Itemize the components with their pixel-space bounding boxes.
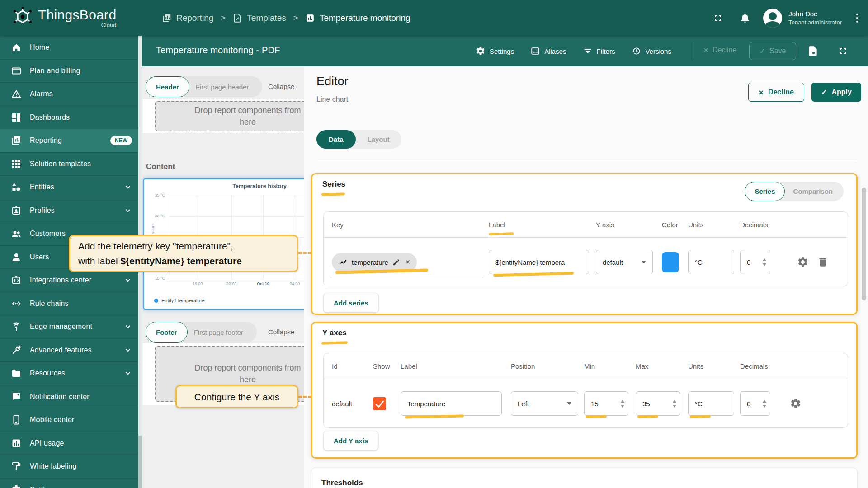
avatar[interactable] — [763, 9, 782, 28]
table-icon — [530, 46, 540, 56]
fullscreen-icon[interactable] — [712, 13, 723, 23]
sidebar-item-dashboards[interactable]: Dashboards — [0, 106, 138, 129]
sidebar-item-alarms[interactable]: Alarms — [0, 82, 138, 106]
sidebar-item-icon — [11, 345, 22, 356]
number-stepper[interactable] — [763, 258, 766, 266]
add-series-button[interactable]: Add series — [323, 293, 379, 313]
tab-first-page-footer[interactable]: First page footer — [188, 328, 250, 336]
yaxis-units-input[interactable]: °C — [688, 391, 734, 416]
header-dropzone[interactable]: Drop report components from here — [155, 101, 304, 131]
column-label: Label — [401, 362, 511, 370]
series-delete-trash-icon[interactable] — [817, 256, 829, 268]
sidebar-item-icon — [11, 228, 22, 239]
series-key-cell: temperature × — [332, 238, 489, 286]
sidebar-item-profiles[interactable]: Profiles — [0, 199, 138, 222]
tab-first-page-header[interactable]: First page header — [189, 83, 255, 91]
decline-button[interactable]: ×Decline — [748, 83, 804, 102]
sidebar-item-resources[interactable]: Resources — [0, 361, 138, 385]
toolbar-decline-button[interactable]: ×Decline — [703, 46, 736, 54]
series-label-input[interactable]: ${entityName} tempera — [489, 250, 589, 274]
sidebar-item-icon — [11, 159, 22, 169]
series-key-chip[interactable]: temperature × — [332, 253, 417, 272]
sidebar-item-icon — [11, 66, 22, 76]
series-yaxis-select[interactable]: default — [596, 250, 653, 274]
sidebar-item-edge-management[interactable]: Edge management — [0, 315, 138, 338]
sidebar-item-label: Edge management — [30, 323, 92, 331]
expand-fullscreen-icon[interactable] — [838, 46, 849, 56]
yaxis-settings-gear-icon[interactable] — [790, 398, 802, 409]
tab-header[interactable]: Header — [146, 76, 189, 97]
breadcrumb-item[interactable]: Temperature monitoring — [305, 13, 410, 23]
tab-series[interactable]: Series — [745, 182, 785, 201]
editor-scrollbar[interactable] — [862, 188, 866, 300]
number-stepper[interactable] — [763, 400, 766, 408]
chevron-down-icon — [124, 323, 132, 331]
highlight-swoosh — [489, 232, 514, 235]
series-decimals-input[interactable]: 0 — [740, 250, 770, 274]
yaxis-min-cell: 15 — [584, 379, 636, 428]
number-stepper[interactable] — [673, 400, 676, 408]
topbar-right-controls: John Doe Tenant administrator — [712, 0, 861, 36]
series-units-input[interactable]: °C — [688, 250, 734, 274]
highlight-swoosh — [586, 415, 607, 418]
close-icon: × — [759, 88, 764, 97]
brand-logo[interactable]: ThingsBoard Cloud — [11, 6, 116, 29]
edit-pencil-icon[interactable] — [392, 258, 400, 266]
footer-collapse-button[interactable]: Collapse — [268, 328, 294, 336]
sidebar-item-api-usage[interactable]: API usage — [0, 432, 138, 455]
remove-key-icon[interactable]: × — [405, 257, 410, 267]
yaxis-min-input[interactable]: 15 — [584, 391, 628, 416]
yaxis-max-input[interactable]: 35 — [636, 391, 680, 416]
toolbar-divider — [693, 43, 693, 59]
tab-comparison[interactable]: Comparison — [785, 188, 841, 195]
user-info[interactable]: John Doe Tenant administrator — [788, 10, 842, 26]
kebab-menu-icon[interactable] — [854, 11, 861, 25]
thingsboard-logo-icon — [11, 6, 34, 29]
tab-data[interactable]: Data — [316, 130, 356, 149]
yaxis-label-input[interactable]: Temperature — [401, 391, 502, 416]
breadcrumb-item[interactable]: Reporting — [162, 13, 213, 23]
yaxis-show-checkbox[interactable] — [373, 397, 386, 410]
settings-button[interactable]: Settings — [476, 46, 514, 56]
sidebar-item-advanced-features[interactable]: Advanced features — [0, 338, 138, 362]
column-show: Show — [373, 362, 401, 370]
export-document-icon[interactable] — [807, 45, 819, 57]
column-min: Min — [584, 362, 636, 370]
series-annotation-callout: Add the telemetry key "temperature", wit… — [69, 235, 298, 272]
sidebar-item-reporting[interactable]: Reporting NEW — [0, 129, 138, 152]
sidebar-item-home[interactable]: Home — [0, 36, 138, 59]
tab-footer[interactable]: Footer — [146, 322, 188, 343]
yaxis-units-cell: °C — [688, 379, 740, 428]
sidebar-item-icon — [11, 205, 22, 216]
number-stepper[interactable] — [621, 400, 624, 408]
filters-button[interactable]: Filters — [583, 46, 615, 56]
template-toolbar: Temperature monitoring - PDF SettingsAli… — [142, 36, 868, 66]
versions-button[interactable]: Versions — [631, 46, 671, 56]
tab-layout[interactable]: Layout — [356, 136, 401, 143]
header-collapse-button[interactable]: Collapse — [268, 83, 294, 90]
series-settings-gear-icon[interactable] — [797, 256, 809, 268]
sidebar-item-solution-templates[interactable]: Solution templates — [0, 152, 138, 176]
sidebar-item-mobile-center[interactable]: Mobile center — [0, 408, 138, 432]
notifications-bell-icon[interactable] — [740, 13, 750, 23]
chevron-down-icon — [567, 402, 571, 405]
x-tick: 04:00 — [281, 282, 304, 286]
sidebar-item-entities[interactable]: Entities — [0, 175, 138, 199]
series-row: temperature × ${entityName} tempera defa… — [324, 238, 848, 286]
yaxis-position-select[interactable]: Left — [511, 391, 578, 416]
yaxis-decimals-input[interactable]: 0 — [740, 391, 770, 416]
toolbar-save-button[interactable]: ✓Save — [749, 42, 796, 60]
add-yaxis-button[interactable]: Add Y axis — [323, 431, 378, 450]
close-icon: × — [703, 46, 708, 54]
series-color-swatch[interactable] — [662, 252, 679, 272]
column-id: Id — [332, 362, 373, 370]
sidebar-item-settings[interactable]: Settings — [0, 478, 138, 488]
sidebar-item-rule-chains[interactable]: Rule chains — [0, 292, 138, 315]
sidebar-item-plan-and-billing[interactable]: Plan and billing — [0, 59, 138, 83]
sidebar-item-white-labeling[interactable]: White labeling — [0, 455, 138, 478]
apply-button[interactable]: ✓Apply — [811, 83, 861, 102]
aliases-button[interactable]: Aliases — [530, 46, 566, 56]
breadcrumb-item[interactable]: Templates — [232, 13, 286, 23]
card-bottom-edge — [318, 161, 857, 161]
sidebar-item-notification-center[interactable]: Notification center — [0, 385, 138, 408]
